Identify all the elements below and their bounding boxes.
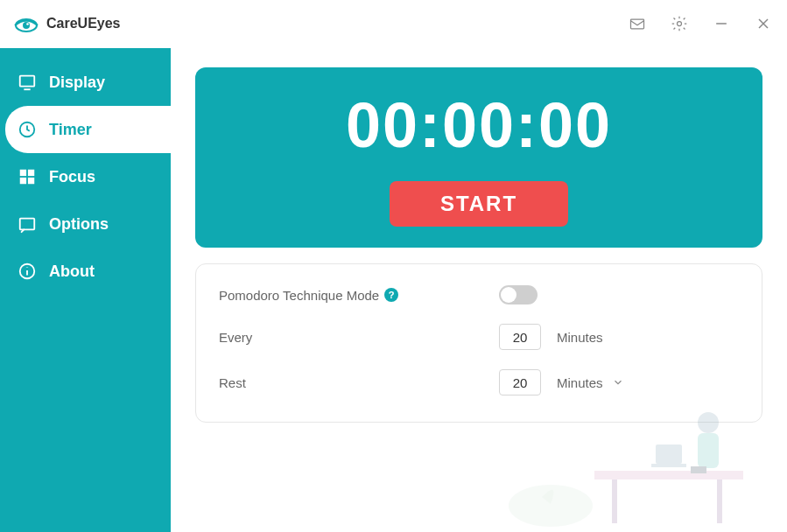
rest-input[interactable] <box>499 369 541 396</box>
clock-icon <box>18 120 37 139</box>
rest-unit-select[interactable]: Minutes <box>557 375 624 390</box>
svg-rect-15 <box>20 219 35 230</box>
options-icon <box>18 214 37 234</box>
grid-icon <box>18 167 37 186</box>
timer-card: 00:00:00 START <box>195 67 762 248</box>
svg-rect-20 <box>612 480 617 523</box>
gear-icon[interactable] <box>669 13 690 34</box>
toggle-handle <box>501 287 516 303</box>
svg-rect-25 <box>656 444 682 464</box>
sidebar-item-about[interactable]: About <box>0 248 171 295</box>
chevron-down-icon <box>612 376 624 388</box>
help-icon[interactable]: ? <box>384 288 398 302</box>
logo-area: CareUEyes <box>13 14 121 33</box>
mail-icon[interactable] <box>627 13 648 34</box>
pomodoro-label: Pomodoro Technique Mode <box>219 288 379 303</box>
sidebar-item-timer[interactable]: Timer <box>5 106 171 153</box>
pomodoro-row: Pomodoro Technique Mode ? <box>219 285 739 304</box>
svg-rect-3 <box>631 19 644 29</box>
svg-rect-24 <box>691 466 706 473</box>
svg-point-1 <box>23 22 30 29</box>
sidebar-item-label: Display <box>49 74 105 92</box>
window-controls <box>627 13 774 34</box>
svg-rect-26 <box>651 464 686 467</box>
monitor-icon <box>18 73 37 92</box>
rest-label: Rest <box>219 375 246 390</box>
svg-rect-19 <box>594 471 743 480</box>
pomodoro-label-area: Pomodoro Technique Mode ? <box>219 288 499 303</box>
svg-rect-11 <box>20 170 26 176</box>
every-input[interactable] <box>499 324 541 350</box>
every-row: Every Minutes <box>219 324 739 350</box>
sidebar-item-label: Focus <box>49 168 95 186</box>
close-button[interactable] <box>753 13 774 34</box>
svg-rect-21 <box>717 480 722 523</box>
svg-rect-13 <box>20 178 26 184</box>
rest-row: Rest Minutes <box>219 369 739 396</box>
content-area: Display Timer Focus <box>0 48 787 532</box>
svg-point-2 <box>26 23 29 25</box>
svg-point-27 <box>509 485 593 527</box>
main-panel: 00:00:00 START Pomodoro Technique Mode ?… <box>171 48 787 532</box>
minimize-button[interactable] <box>711 13 732 34</box>
start-button[interactable]: START <box>390 181 568 227</box>
sidebar-item-label: Timer <box>49 121 92 139</box>
rest-unit-label: Minutes <box>557 375 603 390</box>
sidebar-item-display[interactable]: Display <box>0 59 171 106</box>
svg-point-4 <box>678 22 682 26</box>
sidebar-item-focus[interactable]: Focus <box>0 153 171 200</box>
sidebar-item-label: About <box>49 262 95 281</box>
every-unit: Minutes <box>557 330 603 345</box>
svg-rect-8 <box>20 76 35 87</box>
app-title: CareUEyes <box>46 16 121 32</box>
titlebar: CareUEyes <box>0 0 787 48</box>
svg-rect-23 <box>698 433 719 468</box>
pomodoro-toggle[interactable] <box>499 285 538 304</box>
sidebar: Display Timer Focus <box>0 48 171 532</box>
sidebar-item-label: Options <box>49 215 109 234</box>
svg-rect-14 <box>28 178 34 184</box>
every-label: Every <box>219 330 252 345</box>
svg-rect-12 <box>28 170 34 176</box>
info-icon <box>18 262 37 281</box>
sidebar-item-options[interactable]: Options <box>0 200 171 248</box>
timer-display: 00:00:00 <box>346 94 612 157</box>
eye-logo-icon <box>13 14 39 33</box>
settings-card: Pomodoro Technique Mode ? Every Minutes … <box>195 263 762 423</box>
